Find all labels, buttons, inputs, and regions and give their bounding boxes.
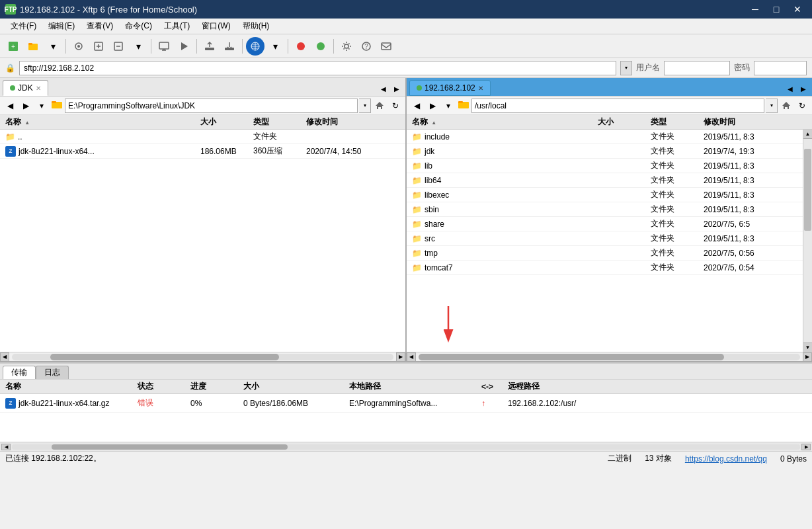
toolbar-gear[interactable] <box>337 37 356 56</box>
right-panel-tab[interactable]: 192.168.2.102 ✕ <box>409 80 491 96</box>
right-fwd-btn[interactable]: ▶ <box>425 99 440 113</box>
toolbar-globe-dropdown[interactable]: ▾ <box>266 37 284 56</box>
transfer-col-local[interactable]: 本地路径 <box>346 381 479 392</box>
menu-tools[interactable]: 工具(T) <box>159 19 195 33</box>
toolbar-dropdown1[interactable]: ▾ <box>44 37 62 56</box>
address-dropdown[interactable]: ▾ <box>620 61 632 75</box>
toolbar-btn2[interactable] <box>69 37 88 56</box>
toolbar-message[interactable] <box>377 37 395 56</box>
left-col-name[interactable]: 名称 ▲ <box>3 116 198 128</box>
address-input[interactable] <box>19 61 616 75</box>
toolbar-help[interactable]: ? <box>357 37 376 56</box>
close-button[interactable]: ✕ <box>788 3 807 16</box>
menu-help[interactable]: 帮助(H) <box>237 19 275 33</box>
right-vscrollbar[interactable]: ▲ ▼ <box>803 130 812 352</box>
bottom-scroll-thumb[interactable] <box>52 444 288 450</box>
toolbar-dropdown2[interactable]: ▾ <box>129 37 147 56</box>
table-row[interactable]: 📁tomcat7 文件夹 2020/7/5, 0:54 <box>407 261 803 275</box>
scroll-left-right[interactable]: ◀ <box>407 352 416 362</box>
toolbar-download[interactable] <box>220 37 239 56</box>
transfer-col-size[interactable]: 大小 <box>241 381 346 392</box>
scroll-left[interactable]: ◀ <box>0 352 9 362</box>
table-row[interactable]: 📁sbin 文件夹 2019/5/11, 8:3 <box>407 202 803 217</box>
toolbar-btn4[interactable] <box>109 37 128 56</box>
transfer-tab-transfer[interactable]: 传输 <box>3 366 36 379</box>
transfer-col-progress[interactable]: 进度 <box>188 381 241 392</box>
table-row[interactable]: Z jdk-8u221-linux-x64... 186.06MB 360压缩 … <box>0 144 405 159</box>
table-row[interactable]: 📁src 文件夹 2019/5/11, 8:3 <box>407 231 803 246</box>
left-dropdown-btn[interactable]: ▾ <box>34 99 49 113</box>
scroll-right-right[interactable]: ▶ <box>803 352 812 362</box>
table-row[interactable]: 📁tmp 文件夹 2020/7/5, 0:56 <box>407 246 803 261</box>
toolbar-upload[interactable] <box>200 37 219 56</box>
left-fwd-btn[interactable]: ▶ <box>19 99 33 113</box>
right-col-size[interactable]: 大小 <box>595 116 648 128</box>
left-back-btn[interactable]: ◀ <box>3 99 17 113</box>
scroll-thumb[interactable] <box>50 354 279 360</box>
menu-file[interactable]: 文件(F) <box>5 19 42 33</box>
toolbar-green-circle[interactable] <box>311 37 330 56</box>
table-row[interactable]: 📁lib64 文件夹 2019/5/11, 8:3 <box>407 173 803 188</box>
password-input[interactable] <box>754 61 807 75</box>
right-panel-nav-right[interactable]: ▶ <box>797 83 809 95</box>
toolbar-open-folder[interactable] <box>24 37 42 56</box>
toolbar-new-session[interactable]: + <box>4 37 22 56</box>
menu-view[interactable]: 查看(V) <box>81 19 118 33</box>
table-row[interactable]: 📁libexec 文件夹 2019/5/11, 8:3 <box>407 188 803 202</box>
right-tab-close[interactable]: ✕ <box>478 85 483 92</box>
right-scroll-thumb[interactable] <box>419 354 724 360</box>
menu-window[interactable]: 窗口(W) <box>196 19 235 33</box>
left-tab-close[interactable]: ✕ <box>36 85 41 92</box>
right-dropdown-btn[interactable]: ▾ <box>441 99 456 113</box>
left-panel-tab-jdk[interactable]: JDK ✕ <box>3 80 48 96</box>
left-home-btn[interactable] <box>372 99 387 113</box>
left-path-input[interactable] <box>65 99 358 113</box>
scroll-right[interactable]: ▶ <box>396 352 405 362</box>
transfer-col-name[interactable]: 名称 <box>3 381 135 392</box>
transfer-col-direction[interactable]: <-> <box>479 382 505 391</box>
left-col-size[interactable]: 大小 <box>198 116 251 128</box>
toolbar-globe[interactable] <box>246 37 264 56</box>
bottom-scrollbar[interactable]: ◀ ▶ <box>0 442 812 451</box>
bottom-scroll-right[interactable]: ▶ <box>801 444 811 450</box>
menu-command[interactable]: 命令(C) <box>120 19 157 33</box>
right-refresh-btn[interactable]: ↻ <box>795 99 809 113</box>
toolbar-monitor[interactable] <box>155 37 173 56</box>
table-row[interactable]: 📁share 文件夹 2020/7/5, 6:5 <box>407 217 803 231</box>
right-path-input[interactable] <box>471 99 764 113</box>
table-row[interactable]: 📁include 文件夹 2019/5/11, 8:3 <box>407 130 803 144</box>
username-input[interactable] <box>664 61 730 75</box>
right-path-dropdown[interactable]: ▾ <box>766 99 778 113</box>
left-refresh-btn[interactable]: ↻ <box>388 99 403 113</box>
right-panel-scrollbar[interactable]: ◀ ▶ <box>407 352 812 361</box>
left-panel-nav-left[interactable]: ◀ <box>378 83 389 95</box>
transfer-tab-log[interactable]: 日志 <box>36 366 69 379</box>
vscroll-up[interactable]: ▲ <box>803 130 812 139</box>
transfer-col-remote[interactable]: 远程路径 <box>505 381 809 392</box>
toolbar-btn3[interactable] <box>89 37 108 56</box>
list-item[interactable]: Z jdk-8u221-linux-x64.tar.gz 错误 0% 0 Byt… <box>0 394 812 413</box>
bottom-scroll-left[interactable]: ◀ <box>1 444 11 450</box>
table-row[interactable]: 📁lib 文件夹 2019/5/11, 8:3 <box>407 159 803 173</box>
bottom-scroll-track[interactable] <box>12 444 800 450</box>
right-col-name[interactable]: 名称 ▲ <box>409 116 595 128</box>
transfer-col-status[interactable]: 状态 <box>135 381 188 392</box>
left-panel-nav-right[interactable]: ▶ <box>391 83 403 95</box>
right-panel-nav-left[interactable]: ◀ <box>784 83 796 95</box>
table-row[interactable]: 📁 .. 文件夹 <box>0 130 405 144</box>
left-col-modified[interactable]: 修改时间 <box>304 116 403 128</box>
scroll-track[interactable] <box>12 354 393 360</box>
right-home-btn[interactable] <box>779 99 793 113</box>
minimize-button[interactable]: ─ <box>746 3 764 16</box>
menu-edit[interactable]: 编辑(E) <box>43 19 80 33</box>
right-scroll-track[interactable] <box>419 354 800 360</box>
right-col-type[interactable]: 类型 <box>648 116 701 128</box>
table-row[interactable]: 📁jdk 文件夹 2019/7/4, 19:3 <box>407 144 803 159</box>
vscroll-down[interactable]: ▼ <box>803 343 812 352</box>
maximize-button[interactable]: □ <box>767 3 786 16</box>
toolbar-play[interactable] <box>175 37 193 56</box>
left-path-dropdown[interactable]: ▾ <box>359 99 371 113</box>
left-col-type[interactable]: 类型 <box>251 116 304 128</box>
vscroll-track[interactable] <box>803 139 812 343</box>
right-col-modified[interactable]: 修改时间 <box>701 116 800 128</box>
